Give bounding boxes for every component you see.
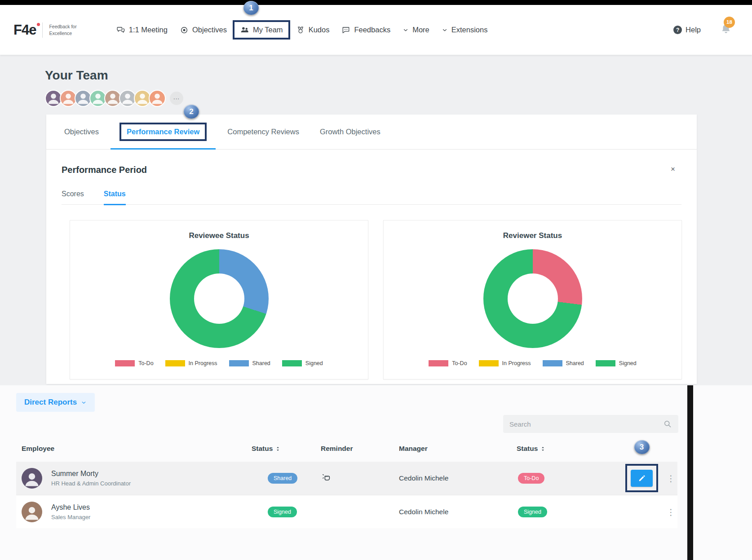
tab-objectives[interactable]: Objectives xyxy=(64,115,99,149)
table-row: Summer Morty HR Head & Admin Coordinator… xyxy=(16,462,677,495)
legend-swatch xyxy=(165,360,185,366)
main-nav: 1:1 Meeting Objectives My Team 1 Kudos F… xyxy=(116,20,488,40)
annotation-box-3: 3 xyxy=(625,464,658,492)
legend-label: To-Do xyxy=(452,360,467,366)
chevron-down-icon xyxy=(442,27,448,33)
table-header: Employee Status Reminder Manager Status xyxy=(16,445,677,461)
help-icon: ? xyxy=(673,26,682,34)
column-manager: Manager xyxy=(399,445,428,453)
notifications-button[interactable]: 18 xyxy=(720,23,732,37)
subtab-status[interactable]: Status xyxy=(104,190,126,205)
nav-more-label: More xyxy=(412,26,429,34)
reviewer-status-cell: Signed xyxy=(518,507,547,517)
search-input[interactable] xyxy=(509,420,663,428)
legend-item: To-Do xyxy=(115,360,153,366)
column-status-reviewer[interactable]: Status xyxy=(517,445,546,453)
team-avatar-row: ... xyxy=(45,90,183,107)
annotation-callout-1: 1 xyxy=(243,1,259,15)
close-icon[interactable]: × xyxy=(671,165,675,174)
pencil-icon xyxy=(638,474,646,482)
person-icon xyxy=(61,91,76,106)
nav-my-team-label: My Team xyxy=(253,26,283,34)
column-employee: Employee xyxy=(22,445,54,453)
manager-name: Cedolin Michele xyxy=(399,474,448,482)
person-icon xyxy=(90,91,106,106)
donut-hole xyxy=(508,273,558,324)
direct-reports-label: Direct Reports xyxy=(24,398,77,407)
nav-objectives-label: Objectives xyxy=(192,26,227,34)
person-icon xyxy=(75,91,91,106)
employee-job-title: Sales Manager xyxy=(51,514,90,520)
legend-item: Signed xyxy=(282,360,323,366)
nav-kudos-label: Kudos xyxy=(309,26,330,34)
nav-feedbacks[interactable]: Feedbacks xyxy=(341,26,390,35)
chart-title: Reviewee Status xyxy=(70,231,368,240)
legend-swatch xyxy=(282,360,302,366)
logo-dot xyxy=(37,23,40,26)
send-reminder-icon[interactable] xyxy=(322,472,332,484)
subtab-scores[interactable]: Scores xyxy=(62,190,84,204)
nav-my-team[interactable]: My Team 1 xyxy=(233,20,290,40)
legend-label: In Progress xyxy=(189,360,217,366)
legend-label: Shared xyxy=(252,360,270,366)
performance-panel: Objectives Performance Review 2 Competen… xyxy=(46,115,697,384)
tagline-line2: Excellence xyxy=(49,31,72,36)
direct-reports-dropdown[interactable]: Direct Reports xyxy=(16,393,95,412)
column-status-label: Status xyxy=(252,445,273,453)
nav-objectives[interactable]: Objectives xyxy=(180,26,227,35)
employee-name[interactable]: Summer Morty xyxy=(51,470,131,478)
main-content: Your Team ... Objectives Performance Rev… xyxy=(0,55,752,385)
donut-hole xyxy=(194,273,244,324)
annotation-callout-3: 3 xyxy=(634,440,650,454)
status-badge: Shared xyxy=(268,473,297,484)
employee-name[interactable]: Ayshe Lives xyxy=(51,503,90,511)
employee-job-title: HR Head & Admin Coordinator xyxy=(51,480,131,487)
reviewer-status-cell: To-Do xyxy=(518,473,544,484)
column-status-label: Status xyxy=(517,445,538,453)
nav-extensions[interactable]: Extensions xyxy=(442,26,488,34)
logo-divider xyxy=(42,22,43,38)
panel-title: Performance Period xyxy=(62,165,147,175)
nav-feedbacks-label: Feedbacks xyxy=(354,26,390,34)
legend-swatch xyxy=(479,360,499,366)
column-status-reviewee[interactable]: Status xyxy=(252,445,281,453)
medal-icon xyxy=(296,26,305,35)
tab-competency-reviews[interactable]: Competency Reviews xyxy=(227,115,299,149)
nav-kudos[interactable]: Kudos xyxy=(296,26,330,35)
logo-text: F4e xyxy=(13,22,36,38)
legend-item: In Progress xyxy=(479,360,531,366)
employee-avatar xyxy=(22,502,42,522)
team-tabs: Objectives Performance Review 2 Competen… xyxy=(46,115,697,150)
annotation-callout-2: 2 xyxy=(184,105,199,119)
person-icon xyxy=(22,470,41,489)
app-logo[interactable]: F4e Feedback for Excellence xyxy=(13,22,77,38)
team-member-avatar[interactable] xyxy=(149,90,166,107)
tab-performance-review[interactable]: Performance Review 2 xyxy=(119,115,207,149)
nav-1on1-meeting-label: 1:1 Meeting xyxy=(129,26,168,34)
person-icon xyxy=(135,91,150,106)
legend-item: Shared xyxy=(543,360,584,366)
avatar-overflow-button[interactable]: ... xyxy=(170,92,183,105)
row-menu-icon[interactable]: ⋮ xyxy=(667,507,675,517)
help-button[interactable]: ? Help xyxy=(673,26,701,34)
search-box xyxy=(503,415,678,433)
header-right: ? Help 18 xyxy=(673,23,739,37)
chat-icon xyxy=(116,26,125,35)
top-black-bar xyxy=(0,0,752,5)
edit-review-button[interactable] xyxy=(631,470,653,487)
notification-count-badge: 18 xyxy=(724,17,735,28)
employee-avatar xyxy=(22,468,42,489)
legend-label: Shared xyxy=(566,360,584,366)
reviewee-status-chart-card: Reviewee Status To-DoIn ProgressSharedSi… xyxy=(70,220,368,379)
person-icon xyxy=(120,91,135,106)
manager-name: Cedolin Michele xyxy=(399,508,448,516)
row-menu-icon[interactable]: ⋮ xyxy=(667,473,675,484)
tagline-line1: Feedback for xyxy=(49,24,76,29)
search-icon xyxy=(663,419,672,428)
chart-title: Reviewer Status xyxy=(384,231,681,240)
nav-more[interactable]: More xyxy=(403,26,429,34)
tab-growth-objectives[interactable]: Growth Objectives xyxy=(320,115,380,149)
annotation-box-1: My Team 1 xyxy=(233,20,290,40)
nav-1on1-meeting[interactable]: 1:1 Meeting xyxy=(116,26,168,35)
subtabs: Scores Status xyxy=(62,190,681,205)
